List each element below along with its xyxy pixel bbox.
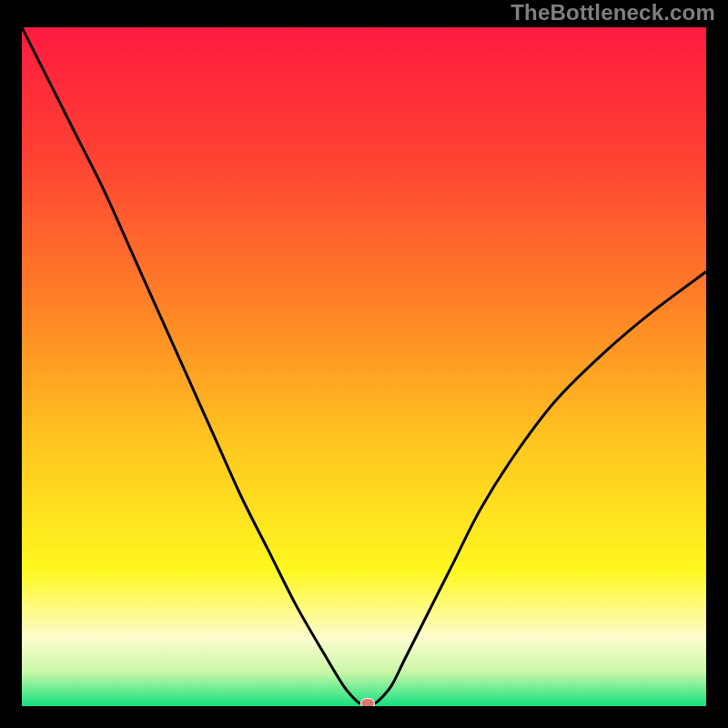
minimum-marker <box>360 698 375 706</box>
gradient-background <box>22 27 706 706</box>
figure: TheBottleneck.com <box>0 0 728 728</box>
bottleneck-chart <box>22 27 706 706</box>
watermark-label: TheBottleneck.com <box>511 0 715 25</box>
plot-area <box>22 27 706 706</box>
